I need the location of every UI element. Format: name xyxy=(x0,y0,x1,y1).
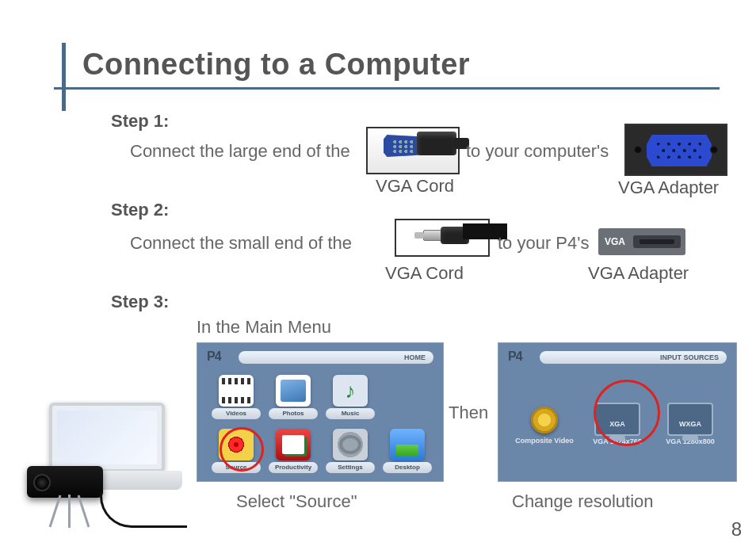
step3-intro: In the Main Menu xyxy=(197,317,331,338)
step2-caption-b: VGA Adapter xyxy=(588,263,689,284)
step2-label: Step 2: xyxy=(111,200,169,220)
src-xga: XGA VGA 1024x768 xyxy=(585,403,650,445)
step3-label: Step 3: xyxy=(111,292,169,312)
laptop-projector-photo xyxy=(5,398,187,528)
input-sources-row: Composite Video XGA VGA 1024x768 WXGA VG… xyxy=(508,376,727,472)
projector-icon xyxy=(27,466,103,498)
step1-caption-b: VGA Adapter xyxy=(618,178,719,198)
p4-home-menu-screenshot: P4 HOME Videos Photos Music Source Produ… xyxy=(197,342,444,482)
p4-input-sources-screenshot: P4 INPUT SOURCES Composite Video XGA VGA… xyxy=(498,342,737,482)
tile-empty xyxy=(383,372,432,421)
vga-cord-large-image xyxy=(366,127,460,174)
step1-caption-a: VGA Cord xyxy=(376,176,454,197)
src-composite: Composite Video xyxy=(512,403,577,445)
tile-music: Music xyxy=(326,372,375,421)
step2-caption-a: VGA Cord xyxy=(385,263,464,284)
step2-text-b: to your P4's xyxy=(498,233,589,254)
tile-photos: Photos xyxy=(269,372,318,421)
page-title: Connecting to a Computer xyxy=(82,48,470,82)
page-number: 8 xyxy=(731,518,742,540)
src-wxga: WXGA VGA 1280x800 xyxy=(658,403,723,445)
vga-cord-small-image xyxy=(395,219,490,257)
step2-text-a: Connect the small end of the xyxy=(130,233,352,254)
step3-caption-right: Change resolution xyxy=(512,491,654,512)
p4-port-label: VGA xyxy=(601,235,628,249)
cable-icon xyxy=(100,491,187,528)
accent-rule-horizontal xyxy=(54,87,720,90)
tile-desktop: Desktop xyxy=(383,426,432,475)
tile-productivity: Productivity xyxy=(269,426,318,475)
tile-videos: Videos xyxy=(212,372,261,421)
step1-text-a: Connect the large end of the xyxy=(130,141,350,162)
tile-source: Source xyxy=(212,426,261,475)
home-tile-grid: Videos Photos Music Source Productivity … xyxy=(212,372,432,475)
accent-rule-vertical xyxy=(62,43,66,111)
step1-text-b: to your computer's xyxy=(466,141,609,162)
p4-logo-2: P4 xyxy=(508,349,522,364)
tripod-icon xyxy=(49,495,87,528)
p4-vga-port-image: VGA xyxy=(598,228,685,255)
tile-settings: Settings xyxy=(326,426,375,475)
step3-then: Then xyxy=(449,403,488,423)
home-header: HOME xyxy=(239,351,433,364)
step1-label: Step 1: xyxy=(111,111,169,132)
p4-logo: P4 xyxy=(207,349,221,364)
input-sources-header: INPUT SOURCES xyxy=(540,351,727,364)
step3-caption-left: Select "Source" xyxy=(236,491,357,512)
vga-adapter-port-image xyxy=(624,124,727,176)
